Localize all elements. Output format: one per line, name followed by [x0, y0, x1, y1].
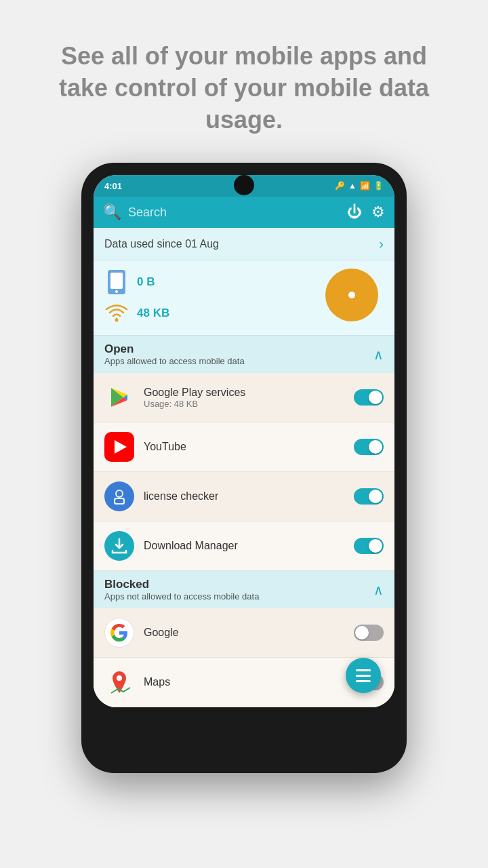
- wifi-icon: ▲: [348, 181, 357, 191]
- top-bar: 🔍 ⏻ ⚙: [94, 197, 394, 228]
- license-icon-wrap: [104, 481, 134, 511]
- svg-point-11: [117, 491, 122, 496]
- data-circle-dot: [348, 292, 355, 298]
- google-play-name: Google Play services: [144, 387, 344, 399]
- app-item-license: license checker: [94, 472, 394, 521]
- blocked-section-chevron: ∧: [373, 582, 384, 598]
- data-banner[interactable]: Data used since 01 Aug ›: [94, 228, 394, 260]
- license-info: license checker: [144, 490, 344, 502]
- google-play-info: Google Play services Usage: 48 KB: [144, 387, 344, 409]
- google-play-toggle-knob: [369, 391, 382, 404]
- status-icons: 🔑 ▲ 📶 🔋: [335, 181, 384, 191]
- blocked-section-subtitle: Apps not allowed to access mobile data: [104, 591, 259, 601]
- svg-rect-1: [110, 273, 123, 289]
- youtube-toggle[interactable]: [354, 439, 384, 455]
- google-icon-wrap: [104, 618, 134, 648]
- google-play-toggle[interactable]: [354, 389, 384, 406]
- maps-icon-wrap: [104, 667, 134, 697]
- blocked-section-text: Blocked Apps not allowed to access mobil…: [104, 578, 259, 601]
- data-usage-circle: [325, 269, 378, 321]
- download-icon-wrap: [104, 531, 134, 561]
- search-icon[interactable]: 🔍: [103, 203, 121, 221]
- search-input[interactable]: [128, 205, 340, 220]
- blocked-section-header[interactable]: Blocked Apps not allowed to access mobil…: [94, 571, 394, 608]
- data-banner-arrow: ›: [379, 236, 384, 252]
- app-item-google-play: Google Play services Usage: 48 KB: [94, 373, 394, 422]
- signal-icon: 📶: [360, 181, 370, 191]
- license-toggle[interactable]: [354, 488, 384, 505]
- svg-point-13: [117, 675, 122, 681]
- fab-line-1: [356, 669, 371, 671]
- google-info: Google: [144, 627, 344, 639]
- youtube-name: YouTube: [144, 441, 344, 453]
- app-item-google: Google: [94, 608, 394, 658]
- battery-icon: 🔋: [373, 181, 384, 191]
- youtube-play-icon: [115, 440, 127, 454]
- maps-info: Maps: [144, 676, 344, 688]
- google-toggle-knob: [355, 626, 369, 639]
- notch: [234, 175, 254, 195]
- power-icon[interactable]: ⏻: [347, 203, 362, 221]
- app-item-maps: Maps: [94, 658, 394, 707]
- fab-lines: [356, 669, 371, 682]
- open-section-chevron: ∧: [373, 347, 384, 363]
- svg-point-3: [115, 319, 119, 322]
- open-section-header[interactable]: Open Apps allowed to access mobile data …: [94, 336, 394, 373]
- top-bar-icons: ⏻ ⚙: [347, 203, 385, 221]
- google-name: Google: [144, 627, 344, 639]
- open-section-title: Open: [104, 342, 245, 356]
- app-item-youtube: YouTube: [94, 422, 394, 472]
- google-play-usage: Usage: 48 KB: [144, 399, 344, 409]
- maps-name: Maps: [144, 676, 344, 688]
- mobile-icon: [104, 270, 129, 294]
- open-section-text: Open Apps allowed to access mobile data: [104, 342, 245, 366]
- fab-line-3: [356, 680, 371, 682]
- key-icon: 🔑: [335, 181, 345, 191]
- license-name: license checker: [144, 490, 344, 502]
- mobile-stat-value: 0 B: [137, 275, 155, 289]
- wifi-stat-value: 48 KB: [137, 307, 169, 320]
- phone-frame: 4:01 🔑 ▲ 📶 🔋 🔍 ⏻ ⚙ Data used si: [81, 163, 407, 773]
- data-stats: 0 B 48 KB: [94, 260, 394, 336]
- status-time: 4:01: [104, 181, 122, 191]
- phone-screen: 4:01 🔑 ▲ 📶 🔋 🔍 ⏻ ⚙ Data used si: [94, 175, 394, 707]
- open-section-subtitle: Apps allowed to access mobile data: [104, 356, 245, 366]
- app-item-download: Download Manager: [94, 521, 394, 571]
- download-name: Download Manager: [144, 540, 344, 552]
- download-toggle[interactable]: [354, 538, 384, 554]
- download-toggle-knob: [369, 539, 382, 553]
- download-info: Download Manager: [144, 540, 344, 552]
- wifi-stat-icon: [104, 301, 129, 326]
- data-banner-text: Data used since 01 Aug: [104, 238, 219, 250]
- tagline: See all of your mobile apps and take con…: [0, 0, 488, 163]
- google-play-icon-wrap: [104, 382, 134, 412]
- youtube-info: YouTube: [144, 441, 344, 453]
- svg-rect-12: [115, 499, 123, 503]
- youtube-icon-wrap: [104, 432, 134, 462]
- fab-line-2: [356, 675, 371, 677]
- settings-icon[interactable]: ⚙: [371, 203, 385, 221]
- svg-point-2: [115, 290, 118, 293]
- license-toggle-knob: [369, 490, 382, 503]
- youtube-toggle-knob: [369, 440, 382, 454]
- google-toggle[interactable]: [354, 625, 384, 641]
- fab-filter[interactable]: [346, 658, 381, 693]
- blocked-section-title: Blocked: [104, 578, 259, 591]
